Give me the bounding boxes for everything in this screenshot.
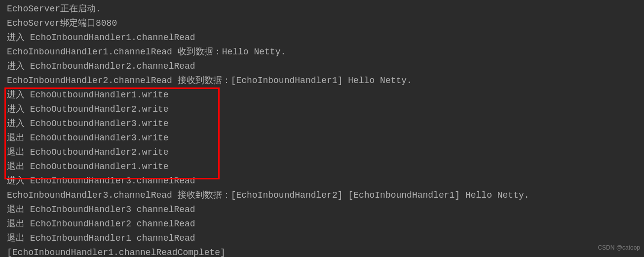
console-line: 进入 EchoInboundHandler3.channelRead — [7, 174, 637, 188]
console-line: [EchoInboundHandler1.channelReadComplete… — [7, 246, 637, 257]
console-line: 退出 EchoInboundHandler2 channelRead — [7, 217, 637, 231]
console-line: 进入 EchoInboundHandler2.channelRead — [7, 59, 637, 74]
console-line: EchoInboundHandler2.channelRead 接收到数据：[E… — [7, 74, 637, 88]
console-line: EchoInboundHandler1.channelRead 收到数据：Hel… — [7, 45, 637, 59]
console-line: 进入 EchoOutboundHandler1.write — [7, 88, 637, 102]
console-line: 退出 EchoInboundHandler1 channelRead — [7, 231, 637, 246]
console-line: 退出 EchoOutboundHandler1.write — [7, 160, 637, 174]
console-output: EchoServer正在启动. EchoServer绑定端口8080 进入 Ec… — [7, 2, 637, 257]
console-line: 退出 EchoOutboundHandler2.write — [7, 145, 637, 160]
console-line: EchoServer绑定端口8080 — [7, 16, 637, 31]
console-line: EchoInboundHandler3.channelRead 接收到数据：[E… — [7, 188, 637, 203]
watermark: CSDN @catoop — [598, 241, 640, 255]
console-line: 进入 EchoOutboundHandler3.write — [7, 117, 637, 131]
console-line: EchoServer正在启动. — [7, 2, 637, 16]
console-line: 进入 EchoInboundHandler1.channelRead — [7, 31, 637, 45]
console-line: 退出 EchoOutboundHandler3.write — [7, 131, 637, 145]
console-line: 退出 EchoInboundHandler3 channelRead — [7, 203, 637, 217]
console-line: 进入 EchoOutboundHandler2.write — [7, 102, 637, 117]
